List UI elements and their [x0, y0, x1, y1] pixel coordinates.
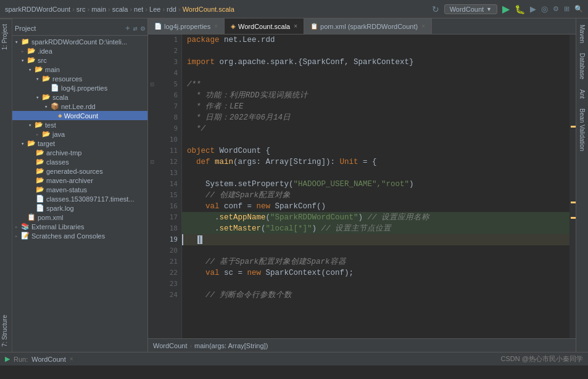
pom-close-icon[interactable]: × — [421, 23, 425, 30]
tree-item-ext-libs[interactable]: ▸ 📚 External Libraries — [12, 222, 147, 231]
tree-item-ts[interactable]: 📄 classes.1530897117.timest... — [12, 194, 147, 203]
code-line-8: * 日期：2022年06月14日 — [182, 112, 569, 123]
tree-item-gen-sources[interactable]: 📂 generated-sources — [12, 166, 147, 176]
profile-button[interactable]: ◎ — [541, 4, 548, 14]
gen-sources-label: generated-sources — [46, 168, 103, 175]
tree-item-main[interactable]: ▾ 📂 main — [12, 65, 147, 74]
code-line-14: System.setProperty("HADOOP_USER_NAME","r… — [182, 179, 569, 190]
sidebar-header: Project + ⇄ ⚙ — [12, 21, 147, 36]
bc-src[interactable]: src — [77, 6, 86, 13]
tree-item-root[interactable]: ▾ 📁 sparkRDDWordCount D:\inteli... — [12, 37, 147, 46]
tab-pom[interactable]: 📋 pom.xml (sparkRDDWordCount) × — [304, 18, 432, 35]
add-icon[interactable]: + — [125, 24, 130, 33]
ant-tab[interactable]: Ant — [578, 86, 587, 102]
tree-item-archive-tmp[interactable]: 📂 archive-tmp — [12, 148, 147, 157]
bc-main[interactable]: main — [91, 6, 106, 13]
bc-rdd[interactable]: rdd — [167, 6, 176, 13]
arrow-ext: ▸ — [15, 224, 21, 230]
tree-item-maven-status[interactable]: 📂 maven-status — [12, 185, 147, 194]
sync-icon[interactable]: ↻ — [432, 4, 439, 14]
tree-item-wordcount[interactable]: ◈ WordCount — [12, 111, 147, 120]
run-config-selector[interactable]: WordCount ▼ — [444, 4, 497, 14]
wordcount-close-icon[interactable]: × — [294, 23, 297, 30]
root-label: sparkRDDWordCount D:\inteli... — [31, 38, 127, 46]
tree-item-java[interactable]: ▸ 📂 java — [12, 129, 147, 139]
search-icon[interactable]: 🔍 — [574, 5, 583, 13]
run-config-bottom[interactable]: WordCount — [31, 356, 65, 363]
tree-item-pom[interactable]: 📋 pom.xml — [12, 213, 147, 222]
code-area: ⊡ ⊡ — [148, 35, 576, 338]
maven-tab[interactable]: Maven — [578, 21, 587, 47]
code-line-3: import org.apache.spark.{SparkConf, Spar… — [182, 57, 569, 68]
tree-item-maven-archiver[interactable]: 📂 maven-archiver — [12, 176, 147, 185]
maven-status-label: maven-status — [46, 186, 87, 194]
arrow-root: ▾ — [15, 39, 21, 45]
tree-item-scratches[interactable]: ▸ 📝 Scratches and Consoles — [12, 231, 147, 240]
folder-target-icon: 📂 — [27, 139, 36, 147]
bc-sep5: › — [145, 6, 147, 13]
src-label: src — [38, 57, 47, 64]
tree-item-log4j[interactable]: 📄 log4j.properties — [12, 83, 147, 92]
wordcount-label: WordCount — [64, 112, 98, 120]
code-body[interactable]: package net.Lee.rdd import org.apache.sp… — [182, 35, 569, 338]
editor-area: 📄 log4j.properties × ◈ WordCount.scala ×… — [148, 18, 576, 352]
tree-item-resources[interactable]: ▾ 📂 resources — [12, 74, 147, 83]
tree-item-spark-log[interactable]: 📄 spark.log — [12, 203, 147, 213]
code-line-20 — [182, 245, 569, 256]
tree-item-classes[interactable]: 📂 classes — [12, 157, 147, 166]
main-label: main — [45, 66, 60, 73]
tree-item-scala-folder[interactable]: ▾ 📂 scala — [12, 92, 147, 102]
maven-archiver-label: maven-archiver — [46, 177, 93, 184]
code-line-21: // 基于Spark配置对象创建Spark容器 — [182, 256, 569, 267]
run-button[interactable]: ▶ — [502, 3, 510, 15]
tab-wordcount[interactable]: ◈ WordCount.scala × — [225, 18, 304, 35]
folder-src-icon: 📂 — [27, 56, 36, 64]
tree-item-target[interactable]: ▾ 📂 target — [12, 139, 147, 148]
code-line-16: val conf = new SparkConf() — [182, 201, 569, 212]
database-tab[interactable]: Database — [578, 49, 587, 83]
log-icon: 📄 — [36, 204, 44, 212]
package-label: net.Lee.rdd — [61, 103, 96, 110]
left-side-tabs: 1: Project 7: Structure — [0, 18, 12, 352]
tree-item-src[interactable]: ▾ 📂 src — [12, 55, 147, 65]
tree-item-test[interactable]: ▾ 📂 test — [12, 120, 147, 129]
code-line-10 — [182, 134, 569, 145]
bc-sep6: › — [162, 6, 165, 13]
fold-5[interactable]: ⊡ — [148, 79, 157, 90]
tree-item-package[interactable]: ▾ 📦 net.Lee.rdd — [12, 102, 147, 111]
bc-net[interactable]: net — [134, 6, 143, 13]
arrow-main: ▾ — [28, 67, 35, 73]
log4j-close-icon[interactable]: × — [214, 23, 218, 30]
code-line-17: .setAppName("SparkRDDWordCount") // 设置应用… — [182, 212, 569, 223]
bc-scala[interactable]: scala — [112, 6, 128, 13]
debug-button[interactable]: 🐛 — [515, 4, 525, 14]
right-side-panels: Maven Database Ant Bean Validation — [576, 18, 588, 352]
bc-file[interactable]: WordCount.scala — [183, 6, 234, 13]
bc-project[interactable]: sparkRDDWordCount — [5, 6, 70, 13]
bc-sep2: › — [88, 6, 90, 13]
code-line-18: .setMaster("local[*]") // 设置主节点位置 — [182, 223, 569, 234]
bean-validation-tab[interactable]: Bean Validation — [578, 105, 587, 155]
scratches-label: Scratches and Consoles — [31, 232, 105, 240]
tab-project[interactable]: 1: Project — [0, 18, 12, 55]
gear-icon[interactable]: ⚙ — [141, 24, 145, 33]
target-label: target — [38, 140, 55, 147]
marker-2 — [571, 202, 576, 203]
bc-lee[interactable]: Lee — [149, 6, 160, 13]
tab-log4j[interactable]: 📄 log4j.properties × — [148, 18, 225, 35]
coverage-button[interactable]: ▶ — [530, 4, 536, 14]
run-panel: ▶ Run: WordCount × — [5, 355, 73, 363]
settings-icon[interactable]: ⚙ — [553, 5, 559, 13]
fold-12[interactable]: ⊡ — [148, 157, 157, 168]
arrow-target: ▾ — [21, 141, 27, 147]
tab-structure[interactable]: 7: Structure — [0, 310, 12, 352]
marker-3 — [571, 217, 576, 219]
tree-item-idea[interactable]: ▸ 📂 .idea — [12, 46, 147, 55]
code-line-22: val sc = new SparkContext(conf); — [182, 267, 569, 279]
layout-icon[interactable]: ⊞ — [564, 5, 569, 13]
run-config-close[interactable]: × — [70, 356, 73, 362]
code-line-11: object WordCount { — [182, 145, 569, 157]
folder-gs-icon: 📂 — [36, 167, 44, 175]
folder-idea-icon: 📂 — [27, 47, 36, 55]
sync2-icon[interactable]: ⇄ — [133, 24, 138, 33]
